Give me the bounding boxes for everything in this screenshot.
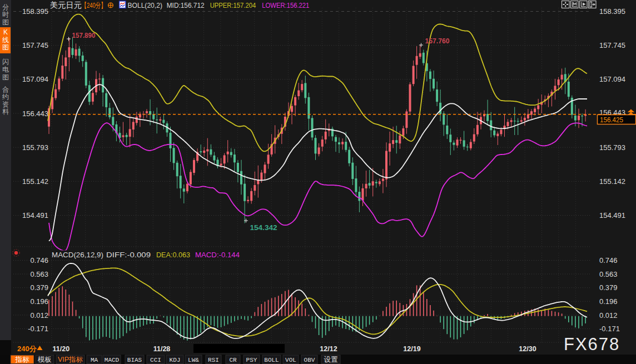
svg-text:图: 图 [2,43,9,51]
svg-text:156.443: 156.443 [22,109,48,118]
svg-text:图: 图 [2,73,9,81]
svg-text:0.746: 0.746 [599,256,618,265]
svg-text:LOWER:156.221: LOWER:156.221 [262,1,309,9]
svg-text:155.142: 155.142 [599,177,625,186]
svg-text:0.379: 0.379 [30,283,48,292]
svg-text:-0.171: -0.171 [599,325,620,333]
svg-text:RSI: RSI [208,357,219,363]
svg-text:资: 资 [2,101,9,108]
svg-text:MA: MA [91,357,98,363]
svg-text:线: 线 [2,36,9,44]
svg-text:DIFF:-0.009: DIFF:-0.009 [106,251,151,259]
svg-text:11/28: 11/28 [153,345,171,353]
svg-text:DEA:0.063: DEA:0.063 [156,251,190,259]
svg-text:设置: 设置 [324,356,339,363]
svg-text:MID:156.712: MID:156.712 [167,1,205,9]
svg-text:0.196: 0.196 [599,297,618,306]
svg-text:12/12: 12/12 [320,345,337,353]
svg-text:料: 料 [2,108,9,116]
svg-text:157.094: 157.094 [22,75,48,83]
svg-text:0.196: 0.196 [30,297,48,306]
svg-text:12/19: 12/19 [403,345,420,353]
svg-text:LW&: LW& [188,357,199,363]
svg-text:157.760: 157.760 [425,37,450,45]
svg-text:CCI: CCI [150,357,161,363]
svg-text:-0.171: -0.171 [28,325,48,333]
svg-text:MACD:-0.144: MACD:-0.144 [195,251,240,259]
svg-text:155.793: 155.793 [599,143,625,152]
svg-text:BOLL: BOLL [264,357,279,363]
svg-text:154.491: 154.491 [599,211,625,220]
svg-text:VOL: VOL [285,357,296,363]
svg-text:0.012: 0.012 [599,311,618,320]
svg-text:157.890: 157.890 [72,31,96,39]
svg-text:指标: 指标 [15,356,30,363]
svg-text:155.793: 155.793 [22,143,48,152]
svg-text:约: 约 [2,93,9,101]
svg-text:0.012: 0.012 [30,311,48,320]
svg-text:158.395: 158.395 [22,7,48,16]
svg-text:157.745: 157.745 [22,41,48,49]
svg-text:VIP指标: VIP指标 [58,356,83,363]
svg-text:0.379: 0.379 [599,283,618,292]
svg-text:OBV: OBV [304,357,315,363]
svg-text:KDJ: KDJ [170,357,181,363]
svg-text:12/30: 12/30 [519,345,536,353]
svg-text:模板: 模板 [37,356,52,363]
svg-text:美元日元: 美元日元 [50,1,82,9]
svg-text:【240分】: 【240分】 [82,1,106,9]
svg-text:158.395: 158.395 [599,7,625,16]
svg-text:154.342: 154.342 [250,223,277,232]
svg-text:BOLL(20,2): BOLL(20,2) [128,1,162,9]
svg-text:0.563: 0.563 [30,270,48,278]
svg-text:PSY: PSY [246,357,257,363]
svg-text:157.745: 157.745 [599,41,625,49]
svg-text:MACD(26,12,9): MACD(26,12,9) [52,251,103,259]
svg-text:CR: CR [229,357,237,363]
svg-text:图: 图 [2,18,9,26]
svg-text:0.563: 0.563 [599,270,618,278]
svg-text:UPPER:157.204: UPPER:157.204 [210,1,256,9]
svg-text:合: 合 [2,86,9,93]
svg-text:FX678: FX678 [564,335,620,354]
svg-text:时: 时 [2,11,9,18]
svg-text:0.746: 0.746 [30,256,48,265]
svg-text:240分: 240分 [17,345,37,353]
svg-text:155.142: 155.142 [22,177,48,186]
svg-text:闪: 闪 [2,58,9,66]
svg-text:BIAS: BIAS [127,357,142,363]
svg-text:157.094: 157.094 [599,75,625,83]
svg-text:154.491: 154.491 [22,211,48,220]
svg-text:电: 电 [2,66,9,73]
svg-text:K: K [3,28,8,36]
svg-text:分: 分 [2,3,9,11]
svg-text:156.425: 156.425 [600,116,623,124]
svg-text:11/20: 11/20 [53,345,70,353]
svg-text:MACD: MACD [105,357,120,363]
